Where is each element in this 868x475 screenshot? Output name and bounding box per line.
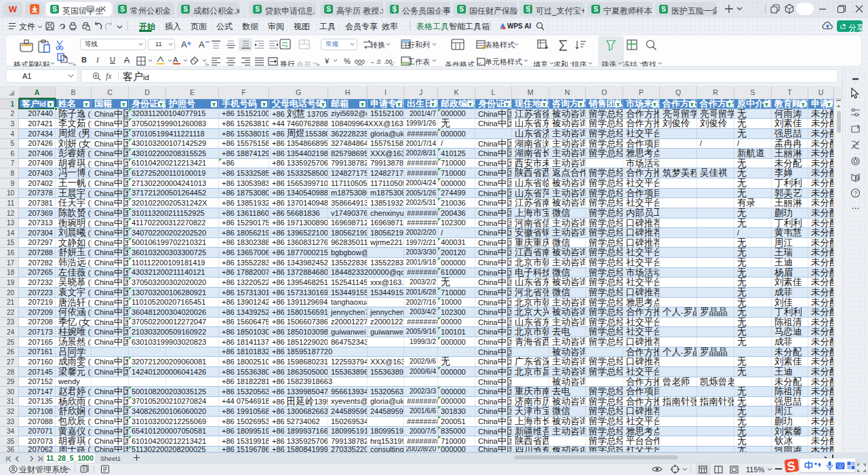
svg-text:A: A: [173, 56, 178, 64]
svg-text:A: A: [199, 39, 205, 50]
svg-text:A: A: [181, 39, 187, 50]
svg-text:S: S: [786, 459, 795, 474]
svg-text:←.0: ←.0: [370, 58, 380, 65]
svg-text:000: 000: [355, 58, 365, 65]
svg-text:W: W: [9, 4, 18, 14]
svg-text:?: ?: [854, 190, 857, 197]
